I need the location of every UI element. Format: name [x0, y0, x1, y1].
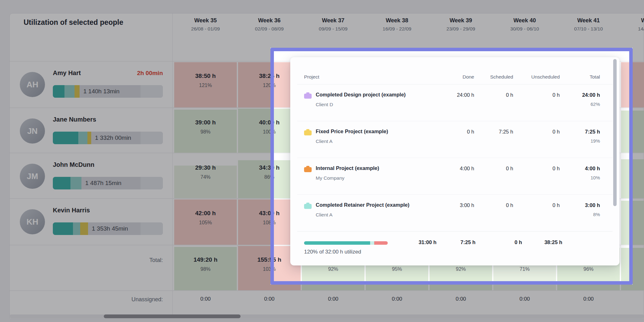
project-unscheduled-hours: 0 h [519, 92, 560, 98]
project-scheduled-hours: 0 h [472, 202, 513, 208]
project-total-hours: 4:00 h [559, 166, 600, 172]
utilization-mini-bar [304, 241, 388, 245]
popup-col-total: Total [559, 74, 600, 80]
project-total-percentage: 8% [559, 212, 600, 217]
project-total-hours: 7:25 h [559, 129, 600, 135]
mini-bar-segment [370, 241, 374, 245]
project-done-hours: 0 h [433, 129, 474, 135]
popup-footer-total: 38:25 h [521, 239, 562, 245]
project-row[interactable]: Completed Retainer Project (example)Clie… [290, 194, 619, 231]
popup-footer-scheduled: 7:25 h [435, 239, 475, 245]
project-row[interactable]: Completed Design project (example)Client… [290, 84, 619, 121]
project-row[interactable]: Internal Project (example)My Company4:00… [290, 158, 619, 194]
project-name: Fixed Price Project (example) [316, 128, 388, 134]
project-name: Internal Project (example) [316, 165, 379, 171]
briefcase-icon [304, 204, 312, 209]
project-unscheduled-hours: 0 h [519, 202, 560, 208]
mini-bar-segment [374, 241, 388, 245]
project-row[interactable]: Fixed Price Project (example)Client A0 h… [290, 121, 619, 158]
popup-footer-unscheduled: 0 h [481, 239, 522, 245]
popup-col-project: Project [304, 74, 319, 80]
utilization-breakdown-popup: Project Done Scheduled Unscheduled Total… [290, 57, 619, 265]
project-total-percentage: 19% [559, 138, 600, 144]
project-total-hours: 3:00 h [559, 202, 600, 208]
dim-overlay-bottom [0, 285, 644, 322]
project-total-percentage: 62% [559, 101, 600, 107]
project-total-hours: 24:00 h [559, 92, 600, 98]
popup-footer-done: 31:00 h [396, 239, 436, 245]
utilization-page: Utilization of selected people Week 3526… [0, 0, 644, 322]
project-client: My Company [316, 175, 344, 181]
project-scheduled-hours: 0 h [472, 166, 513, 172]
project-done-hours: 24:00 h [433, 92, 474, 98]
popup-col-done: Done [433, 74, 474, 80]
project-scheduled-hours: 7:25 h [472, 129, 513, 135]
briefcase-icon [304, 167, 312, 172]
popup-col-scheduled: Scheduled [472, 74, 513, 80]
project-name: Completed Design project (example) [316, 92, 406, 98]
popup-footer-divider [297, 231, 613, 232]
briefcase-icon [304, 94, 312, 99]
project-done-hours: 4:00 h [433, 166, 474, 172]
project-client: Client A [316, 212, 332, 218]
project-client: Client D [316, 102, 333, 107]
mini-bar-segment [304, 241, 370, 245]
briefcase-icon [304, 130, 312, 135]
project-total-percentage: 10% [559, 175, 600, 180]
dim-overlay-left [0, 48, 270, 285]
project-done-hours: 3:00 h [433, 202, 474, 208]
project-scheduled-hours: 0 h [472, 92, 513, 98]
project-name: Completed Retainer Project (example) [316, 202, 409, 208]
project-unscheduled-hours: 0 h [519, 166, 560, 172]
project-client: Client A [316, 139, 332, 144]
popup-scrollbar-thumb[interactable] [613, 59, 617, 206]
dim-overlay-right [633, 48, 644, 285]
popup-col-unscheduled: Unscheduled [519, 74, 560, 80]
project-unscheduled-hours: 0 h [519, 129, 560, 135]
dim-overlay-top [0, 0, 644, 48]
popup-utilization-caption: 120% of 32:00 h utilized [304, 249, 361, 255]
